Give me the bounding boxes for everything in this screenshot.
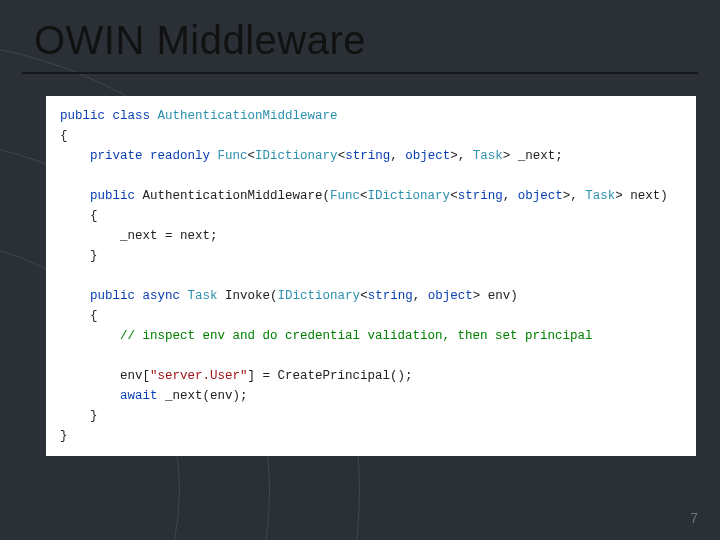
- kw-class: class: [113, 109, 151, 123]
- code-comment: // inspect env and do credential validat…: [120, 329, 593, 343]
- slide-title: OWIN Middleware: [34, 18, 366, 63]
- code-panel: public class AuthenticationMiddleware { …: [46, 96, 696, 456]
- page-number: 7: [690, 510, 698, 526]
- title-underline: [22, 72, 698, 74]
- kw-public: public: [60, 109, 105, 123]
- string-literal: "server.User": [150, 369, 248, 383]
- code-block: public class AuthenticationMiddleware { …: [60, 106, 682, 446]
- type-name: AuthenticationMiddleware: [158, 109, 338, 123]
